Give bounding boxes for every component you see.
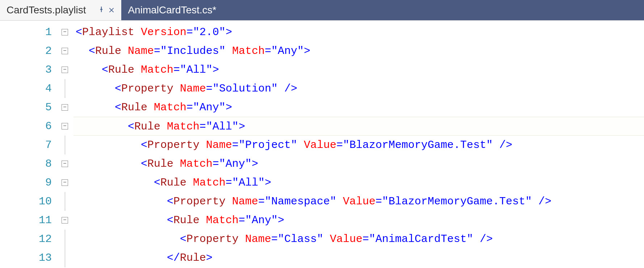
- token-bracket: <: [154, 176, 160, 189]
- token-plain: [134, 26, 141, 38]
- fold-toggle-icon[interactable]: −: [62, 123, 68, 129]
- fold-toggle-icon[interactable]: −: [62, 104, 68, 111]
- token-bracket: >: [252, 158, 258, 170]
- line-number: 2: [0, 42, 52, 60]
- close-icon[interactable]: [108, 7, 115, 13]
- token-attr: Version: [141, 26, 186, 38]
- token-string: "Any": [271, 45, 304, 57]
- token-attr: Match: [180, 158, 212, 170]
- token-element: Rule: [160, 176, 186, 189]
- token-plain: [532, 195, 538, 208]
- token-string: "Solution": [212, 82, 278, 95]
- tab-active[interactable]: CardTests.playlist: [0, 0, 121, 20]
- token-plain: [199, 139, 206, 151]
- token-plain: [186, 176, 193, 189]
- fold-guide-line: [65, 136, 65, 154]
- fold-guide-line: [65, 79, 65, 98]
- code-line[interactable]: <Property Name="Namespace" Value="Blazor…: [73, 192, 644, 211]
- line-number: 4: [0, 79, 52, 98]
- token-bracket: >: [278, 214, 284, 226]
- token-plain: [226, 45, 232, 57]
- token-plain: [323, 233, 330, 245]
- token-element: Property: [186, 233, 239, 245]
- tab-bar: CardTests.playlist AnimalCardTest.cs*: [0, 0, 644, 20]
- fold-toggle-icon[interactable]: −: [62, 179, 68, 186]
- token-element: Property: [173, 195, 226, 208]
- token-bracket: >: [226, 101, 232, 114]
- code-line[interactable]: <Rule Match="All">: [73, 60, 644, 79]
- code-line[interactable]: <Rule Match="Any">: [73, 154, 644, 173]
- code-area[interactable]: <Playlist Version="2.0"> <Rule Name="Inc…: [73, 21, 644, 268]
- line-number: 10: [0, 192, 52, 211]
- token-plain: [173, 158, 180, 170]
- tab-inactive-label: AnimalCardTest.cs*: [128, 4, 216, 16]
- code-line[interactable]: <Rule Match="All">: [73, 117, 644, 136]
- token-eq: =: [239, 214, 245, 226]
- fold-toggle-icon[interactable]: −: [62, 48, 68, 54]
- code-line[interactable]: <Playlist Version="2.0">: [73, 23, 644, 42]
- tab-inactive[interactable]: AnimalCardTest.cs*: [121, 0, 223, 20]
- code-line[interactable]: <Rule Match="All">: [73, 173, 644, 192]
- token-plain: [173, 82, 180, 95]
- token-string: "Any": [219, 158, 252, 170]
- token-element: Rule: [108, 64, 134, 76]
- fold-guide-line: [65, 192, 65, 211]
- token-plain: [199, 214, 206, 226]
- token-string: "Any": [193, 101, 226, 114]
- code-line[interactable]: <Property Name="Class" Value="AnimalCard…: [73, 230, 644, 248]
- token-string: "Includes": [160, 45, 226, 57]
- token-bracket: <: [102, 64, 108, 76]
- token-element: Playlist: [82, 26, 134, 38]
- token-element: Rule: [147, 158, 173, 170]
- token-string: "Project": [239, 139, 297, 151]
- token-bracket: >: [212, 64, 219, 76]
- code-line[interactable]: <Rule Match="Any">: [73, 98, 644, 117]
- token-bracket: <: [167, 214, 173, 226]
- token-string: "BlazorMemoryGame.Test": [343, 139, 493, 151]
- token-element: Rule: [121, 101, 147, 114]
- code-line[interactable]: <Rule Match="Any">: [73, 211, 644, 230]
- token-string: "All": [206, 120, 239, 133]
- token-bracket: >: [239, 120, 245, 133]
- code-line[interactable]: <Property Name="Project" Value="BlazorMe…: [73, 136, 644, 154]
- token-plain: [278, 82, 284, 95]
- token-plain: [134, 64, 141, 76]
- token-bracket: <: [115, 101, 121, 114]
- token-plain: [226, 195, 232, 208]
- token-eq: =: [186, 26, 193, 38]
- fold-toggle-icon[interactable]: −: [62, 217, 68, 224]
- token-eq: =: [265, 45, 271, 57]
- token-attr: Match: [193, 176, 226, 189]
- code-line[interactable]: </Rule>: [73, 248, 644, 267]
- token-plain: [297, 139, 304, 151]
- fold-guide-line: [65, 230, 65, 248]
- token-plain: [121, 45, 128, 57]
- code-editor[interactable]: 12345678910111213 −−−−−−−− <Playlist Ver…: [0, 20, 644, 268]
- token-eq: =: [271, 233, 278, 245]
- fold-guide-line: [65, 248, 65, 267]
- token-plain: [160, 120, 167, 133]
- code-line[interactable]: <Property Name="Solution" />: [73, 79, 644, 98]
- token-element: Rule: [180, 252, 206, 264]
- line-number: 5: [0, 98, 52, 117]
- token-element: Rule: [134, 120, 160, 133]
- token-attr: Match: [232, 45, 265, 57]
- code-line[interactable]: <Rule Name="Includes" Match="Any">: [73, 42, 644, 60]
- line-number: 7: [0, 136, 52, 154]
- token-bracket: >: [304, 45, 310, 57]
- token-attr: Name: [245, 233, 271, 245]
- token-eq: =: [212, 158, 219, 170]
- token-bracket: />: [538, 195, 551, 208]
- token-plain: [239, 233, 245, 245]
- token-bracket: </: [167, 252, 180, 264]
- token-bracket: >: [226, 26, 232, 38]
- token-eq: =: [232, 139, 239, 151]
- token-bracket: <: [141, 158, 147, 170]
- token-eq: =: [199, 120, 206, 133]
- pin-icon[interactable]: [98, 6, 105, 14]
- fold-toggle-icon[interactable]: −: [62, 29, 68, 35]
- token-string: "BlazorMemoryGame.Test": [382, 195, 532, 208]
- token-plain: [493, 139, 499, 151]
- fold-toggle-icon[interactable]: −: [62, 67, 68, 73]
- fold-toggle-icon[interactable]: −: [62, 161, 68, 167]
